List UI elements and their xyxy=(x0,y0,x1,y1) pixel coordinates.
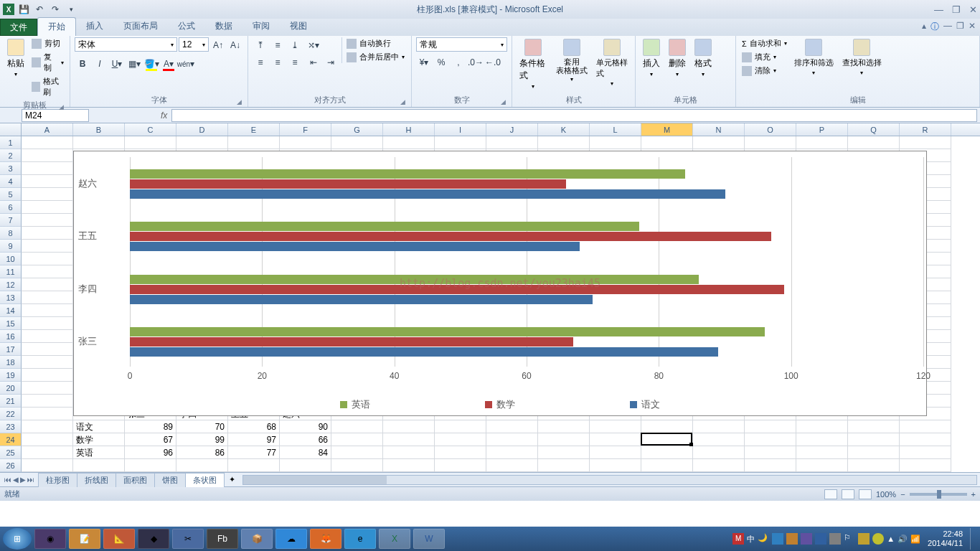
decrease-decimal-icon[interactable]: ←.0 xyxy=(485,55,501,70)
column-header[interactable]: I xyxy=(435,123,486,136)
taskbar-app-eclipse[interactable]: ◉ xyxy=(34,529,66,549)
column-header[interactable]: A xyxy=(22,123,73,136)
sort-filter-button[interactable]: 排序和筛选▾ xyxy=(791,37,837,77)
cell[interactable] xyxy=(590,433,641,446)
wrap-text-button[interactable]: 自动换行 xyxy=(345,37,406,50)
cell[interactable] xyxy=(745,136,796,149)
cell[interactable] xyxy=(228,136,280,149)
taskbar-app-box[interactable]: 📦 xyxy=(241,529,273,549)
align-right-icon[interactable]: ≡ xyxy=(287,55,303,70)
chart-bar[interactable] xyxy=(130,242,580,251)
tray-icon-7[interactable] xyxy=(872,533,884,545)
number-dialog-icon[interactable]: ◢ xyxy=(501,98,506,105)
cell[interactable] xyxy=(796,433,848,446)
qat-undo-icon[interactable]: ↶ xyxy=(33,3,46,16)
tray-icon-1[interactable] xyxy=(772,533,783,545)
cell[interactable] xyxy=(22,420,73,433)
doc-close-icon[interactable]: ✕ xyxy=(969,21,976,33)
row-header[interactable]: 14 xyxy=(0,304,22,317)
cell[interactable] xyxy=(331,420,383,433)
cell[interactable] xyxy=(22,265,73,278)
delete-cells-button[interactable]: 删除▾ xyxy=(666,37,689,79)
ribbon-tab-3[interactable]: 公式 xyxy=(168,17,205,36)
cell[interactable] xyxy=(848,459,900,472)
font-dialog-icon[interactable]: ◢ xyxy=(237,98,242,105)
cell[interactable] xyxy=(22,356,73,369)
taskbar-app-snip[interactable]: ✂ xyxy=(172,529,204,549)
tray-icon-m[interactable]: M xyxy=(732,533,744,545)
cell[interactable]: 77 xyxy=(228,446,280,459)
row-header[interactable]: 19 xyxy=(0,369,22,382)
cell[interactable] xyxy=(331,446,383,459)
cell[interactable] xyxy=(693,459,745,472)
normal-view-icon[interactable] xyxy=(824,489,837,499)
phonetic-button[interactable]: wén▾ xyxy=(178,56,194,72)
column-header[interactable]: G xyxy=(331,123,383,136)
cell[interactable] xyxy=(745,433,796,446)
cell[interactable] xyxy=(486,459,538,472)
zoom-in-icon[interactable]: + xyxy=(971,490,976,499)
close-button[interactable]: ✕ xyxy=(969,4,977,15)
minimize-button[interactable]: — xyxy=(934,4,943,15)
autosum-button[interactable]: Σ自动求和▾ xyxy=(740,37,788,50)
page-layout-view-icon[interactable] xyxy=(842,489,854,499)
row-header[interactable]: 5 xyxy=(0,188,22,201)
cell[interactable] xyxy=(22,317,73,330)
column-header[interactable]: P xyxy=(796,123,848,136)
cell[interactable] xyxy=(435,433,486,446)
cell[interactable] xyxy=(900,420,951,433)
chart-bar[interactable] xyxy=(130,169,685,179)
row-header[interactable]: 22 xyxy=(0,408,22,420)
cell[interactable] xyxy=(641,136,693,149)
grow-font-icon[interactable]: A↑ xyxy=(210,37,226,53)
shrink-font-icon[interactable]: A↓ xyxy=(227,37,243,53)
show-desktop-button[interactable] xyxy=(970,528,977,550)
clipboard-dialog-icon[interactable]: ◢ xyxy=(59,103,64,110)
ribbon-tab-2[interactable]: 页面布局 xyxy=(113,17,168,36)
column-header[interactable]: H xyxy=(383,123,435,136)
chart-bar[interactable] xyxy=(130,327,765,336)
cell[interactable] xyxy=(900,459,951,472)
format-cells-button[interactable]: 格式▾ xyxy=(692,37,715,79)
cell[interactable] xyxy=(22,291,73,304)
sheet-nav-first-icon[interactable]: ⏮ xyxy=(4,476,11,484)
cell[interactable]: 数学 xyxy=(73,433,125,446)
cell[interactable] xyxy=(590,459,641,472)
cell[interactable] xyxy=(125,136,176,149)
cell[interactable] xyxy=(693,433,745,446)
sheet-nav-next-icon[interactable]: ▶ xyxy=(20,476,26,484)
cell[interactable] xyxy=(125,459,176,472)
cell[interactable] xyxy=(848,136,900,149)
sheet-tab[interactable]: 面积图 xyxy=(116,473,155,487)
cell[interactable] xyxy=(796,420,848,433)
chart-bar[interactable] xyxy=(130,222,639,231)
cell[interactable] xyxy=(22,433,73,446)
tray-icon-5[interactable] xyxy=(829,533,841,545)
align-bottom-icon[interactable]: ⤓ xyxy=(287,37,303,53)
tray-icon-moon[interactable]: 🌙 xyxy=(758,533,769,545)
sheet-nav-last-icon[interactable]: ⏭ xyxy=(27,476,34,484)
formula-bar[interactable] xyxy=(171,109,977,122)
orientation-icon[interactable]: ⤭▾ xyxy=(306,37,321,53)
underline-button[interactable]: U▾ xyxy=(109,56,125,72)
cell[interactable] xyxy=(22,253,73,265)
taskbar-app-matlab[interactable]: 📐 xyxy=(103,529,135,549)
cell[interactable] xyxy=(796,136,848,149)
copy-button[interactable]: 复制▾ xyxy=(30,51,65,74)
clear-button[interactable]: 清除▾ xyxy=(740,65,788,77)
horizontal-scrollbar[interactable] xyxy=(242,475,977,485)
cell[interactable] xyxy=(538,459,590,472)
comma-icon[interactable]: , xyxy=(451,55,466,70)
cell[interactable] xyxy=(435,459,486,472)
file-tab[interactable]: 文件 xyxy=(0,19,37,36)
ribbon-tab-6[interactable]: 视图 xyxy=(280,17,317,36)
cell[interactable] xyxy=(538,446,590,459)
row-header[interactable]: 8 xyxy=(0,227,22,240)
cell[interactable] xyxy=(745,420,796,433)
help-icon[interactable]: ⓘ xyxy=(930,21,939,33)
row-header[interactable]: 11 xyxy=(0,265,22,278)
conditional-format-button[interactable]: 条件格式▾ xyxy=(517,37,550,91)
row-header[interactable]: 17 xyxy=(0,343,22,356)
cell[interactable] xyxy=(331,459,383,472)
tray-network-icon[interactable]: 📶 xyxy=(910,534,920,544)
